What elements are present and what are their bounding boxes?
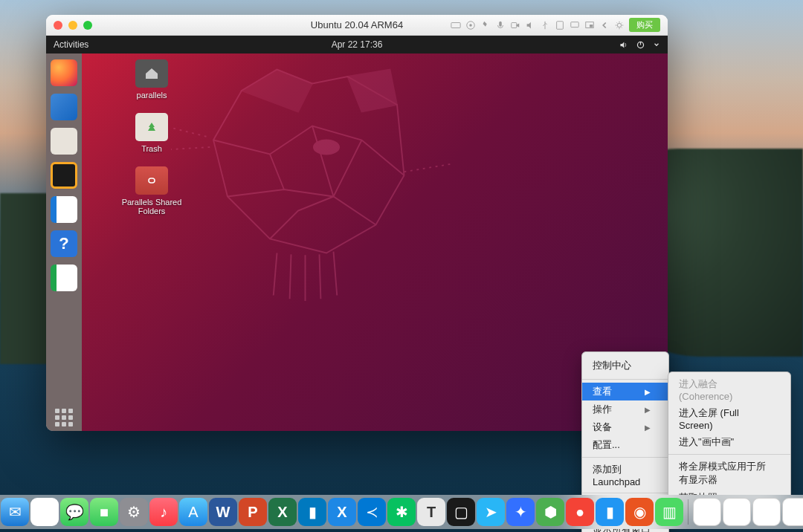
context-menu-view-submenu: 进入融合 (Coherence) 进入全屏 (Full Screen) 进入"画…: [668, 372, 791, 510]
ubuntu-topbar: Activities Apr 22 17:36: [46, 36, 668, 53]
dock-writer[interactable]: [51, 196, 77, 223]
chevron-right-icon: ▶: [645, 424, 651, 432]
home-icon: [144, 67, 159, 80]
dock-app-x[interactable]: X: [328, 498, 356, 526]
ctx-item-view[interactable]: 查看▶: [582, 383, 668, 400]
gear-icon[interactable]: [614, 20, 625, 30]
svg-rect-0: [451, 22, 460, 27]
dock-doc1[interactable]: [693, 498, 721, 526]
svg-rect-3: [499, 21, 502, 26]
svg-point-2: [469, 24, 472, 27]
close-button[interactable]: [54, 21, 62, 30]
dock-help[interactable]: ?: [51, 230, 77, 257]
desktop-icon-parallels[interactable]: parallels: [125, 59, 178, 100]
ctx-item-configure[interactable]: 配置...: [582, 436, 668, 454]
dock-wechat[interactable]: ✱: [387, 498, 416, 526]
window-titlebar[interactable]: Ubuntu 20.04 ARM64 购买: [46, 15, 668, 36]
zoom-button[interactable]: [83, 21, 92, 30]
recycle-icon: [145, 120, 158, 134]
usb-icon[interactable]: [540, 20, 550, 30]
dock-firefox[interactable]: [51, 59, 77, 86]
svg-rect-6: [571, 22, 579, 27]
dock-mail[interactable]: ✉: [1, 498, 29, 526]
dock-doc2[interactable]: [723, 498, 751, 526]
dock-facetime[interactable]: ■: [90, 498, 118, 526]
ubuntu-desktop: ?: [46, 53, 668, 431]
desktop-icon-shared[interactable]: Parallels Shared Folders: [116, 166, 187, 215]
ctx-sub-allmonitors[interactable]: 将全屏模式应用于所有显示器: [668, 458, 790, 489]
pin-icon[interactable]: [480, 20, 491, 30]
sound-icon[interactable]: [525, 20, 535, 30]
dock-excel[interactable]: X: [268, 498, 297, 526]
dock-appstore[interactable]: A: [179, 498, 207, 526]
dock-powerpoint[interactable]: P: [239, 498, 267, 526]
dock-app2[interactable]: ●: [566, 498, 594, 526]
dock-app3[interactable]: ▮: [596, 498, 624, 526]
ctx-item-launchpad[interactable]: 添加到 Launchpad: [582, 461, 668, 490]
pip-icon[interactable]: [584, 20, 595, 30]
chevron-right-icon: ▶: [645, 388, 651, 396]
dock-doc3[interactable]: [752, 498, 781, 526]
ubuntu-wallpaper[interactable]: parallels Trash Parallels Shared Folders: [82, 53, 668, 431]
dock-vscode[interactable]: ≺: [358, 498, 386, 526]
svg-rect-5: [557, 21, 564, 29]
chevron-down-icon[interactable]: [653, 41, 660, 48]
desktop-label: Parallels Shared Folders: [116, 198, 187, 215]
svg-point-12: [314, 140, 339, 155]
power-icon[interactable]: [636, 40, 645, 50]
dock-app1[interactable]: ⬢: [536, 498, 564, 526]
back-icon[interactable]: [599, 20, 610, 30]
desktop-label: Trash: [125, 144, 178, 153]
dock-iterm[interactable]: ▢: [447, 498, 475, 526]
ctx-item-devices[interactable]: 设备▶: [582, 418, 668, 436]
dock-word[interactable]: W: [209, 498, 237, 526]
svg-point-9: [617, 23, 621, 27]
macos-dock: ☻ 22 ✦ ✉ ❀ 💬 ■ ⚙ ♪ A W P X ▮ X ≺ ✱ T ▢ ➤…: [0, 495, 803, 529]
dock-telegram[interactable]: ➤: [477, 498, 505, 526]
dock-music[interactable]: ♪: [149, 498, 178, 526]
buy-button[interactable]: 购买: [629, 18, 660, 32]
dock-settings[interactable]: ⚙: [120, 498, 148, 526]
minimize-button[interactable]: [68, 21, 77, 30]
desktop-icon-trash[interactable]: Trash: [125, 113, 178, 153]
vm-window: Ubuntu 20.04 ARM64 购买 Activities Apr 22 …: [46, 15, 668, 431]
kb-icon[interactable]: [451, 20, 461, 30]
tablet-icon[interactable]: [555, 20, 565, 30]
ctx-sub-fullscreen[interactable]: 进入全屏 (Full Screen): [668, 404, 790, 433]
dock-photos[interactable]: ❀: [30, 498, 59, 526]
volume-icon[interactable]: [619, 40, 628, 50]
ctx-sub-pip[interactable]: 进入"画中画": [668, 433, 790, 451]
ctx-sub-coherence: 进入融合 (Coherence): [668, 375, 790, 404]
ctx-item-actions[interactable]: 操作▶: [582, 400, 668, 418]
disc-icon[interactable]: [465, 20, 476, 30]
dock-calc[interactable]: [51, 265, 77, 291]
dock-thunderbird[interactable]: [51, 94, 77, 120]
svg-rect-4: [512, 22, 517, 27]
share-icon[interactable]: [570, 20, 580, 30]
dock-files[interactable]: [51, 128, 77, 155]
fossa-art: [171, 55, 454, 352]
clock[interactable]: Apr 22 17:36: [332, 39, 383, 50]
chevron-right-icon: ▶: [645, 406, 651, 414]
window-title: Ubuntu 20.04 ARM64: [311, 19, 403, 30]
dock-trello[interactable]: ▮: [298, 498, 326, 526]
ctx-title: 控制中心: [582, 355, 668, 376]
ubuntu-dock: ?: [46, 53, 82, 431]
dock-rhythmbox[interactable]: [51, 162, 77, 189]
cam-icon[interactable]: [510, 20, 520, 30]
show-apps-button[interactable]: [51, 404, 77, 431]
dock-terminal-t[interactable]: T: [417, 498, 445, 526]
mic-icon[interactable]: [495, 20, 506, 30]
dock-parallels-app[interactable]: ◉: [625, 498, 654, 526]
dock-lark[interactable]: ✦: [506, 498, 535, 526]
dock-messages[interactable]: 💬: [60, 498, 88, 526]
activities-button[interactable]: Activities: [54, 39, 88, 50]
dock-doc4[interactable]: [782, 498, 803, 526]
traffic-lights: [54, 21, 92, 30]
desktop-label: parallels: [125, 91, 178, 100]
link-icon: [146, 175, 158, 186]
svg-rect-8: [590, 25, 593, 27]
dock-app4[interactable]: ▥: [655, 498, 683, 526]
